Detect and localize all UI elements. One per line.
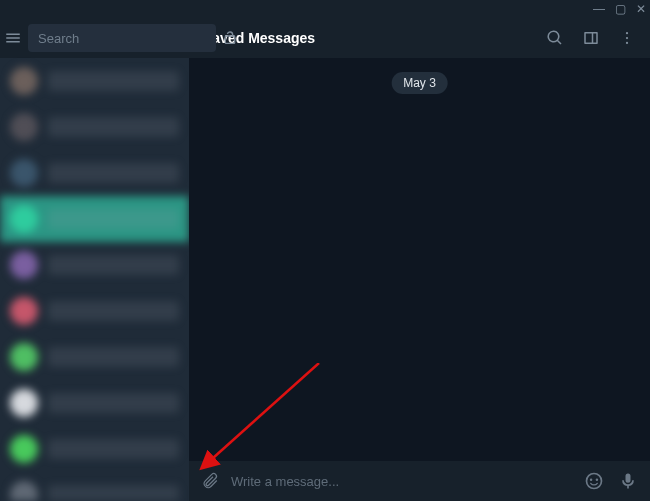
chat-list-item[interactable] bbox=[0, 58, 189, 104]
mic-button[interactable] bbox=[616, 469, 640, 493]
lock-open-icon bbox=[222, 30, 238, 46]
emoji-button[interactable] bbox=[582, 469, 606, 493]
search-input[interactable] bbox=[38, 31, 206, 46]
chat-list-item[interactable] bbox=[0, 472, 189, 501]
chat-item-preview bbox=[48, 439, 179, 459]
avatar bbox=[10, 205, 38, 233]
search-icon bbox=[546, 29, 564, 47]
main-panel: Saved Messages May 3 bbox=[189, 18, 650, 501]
messages-area[interactable]: May 3 bbox=[189, 58, 650, 461]
chat-header: Saved Messages bbox=[189, 18, 650, 58]
avatar bbox=[10, 297, 38, 325]
attach-icon bbox=[199, 471, 219, 491]
avatar bbox=[10, 343, 38, 371]
chat-item-preview bbox=[48, 71, 179, 91]
chat-list-item[interactable] bbox=[0, 380, 189, 426]
chat-list-item[interactable] bbox=[0, 288, 189, 334]
chat-item-preview bbox=[48, 209, 179, 229]
chat-list[interactable] bbox=[0, 58, 189, 501]
chat-list-item[interactable] bbox=[0, 150, 189, 196]
window-minimize-button[interactable]: — bbox=[593, 3, 605, 15]
avatar bbox=[10, 113, 38, 141]
avatar bbox=[10, 435, 38, 463]
sidebar-top bbox=[0, 18, 189, 58]
avatar bbox=[10, 67, 38, 95]
more-vert-icon bbox=[618, 29, 636, 47]
chat-list-item[interactable] bbox=[0, 104, 189, 150]
chat-item-preview bbox=[48, 301, 179, 321]
message-input[interactable] bbox=[231, 474, 572, 489]
chat-item-preview bbox=[48, 255, 179, 275]
header-search-button[interactable] bbox=[542, 25, 568, 51]
window-maximize-button[interactable]: ▢ bbox=[615, 3, 626, 15]
avatar bbox=[10, 159, 38, 187]
date-badge: May 3 bbox=[391, 72, 448, 94]
chat-list-item[interactable] bbox=[0, 196, 189, 242]
chat-title: Saved Messages bbox=[203, 30, 532, 46]
window-titlebar: — ▢ ✕ bbox=[0, 0, 650, 18]
menu-button[interactable] bbox=[4, 24, 22, 52]
window-close-button[interactable]: ✕ bbox=[636, 3, 646, 15]
more-button[interactable] bbox=[614, 25, 640, 51]
chat-list-item[interactable] bbox=[0, 426, 189, 472]
search-field[interactable] bbox=[28, 24, 216, 52]
menu-icon bbox=[4, 29, 22, 47]
side-panel-icon bbox=[582, 29, 600, 47]
side-panel-button[interactable] bbox=[578, 25, 604, 51]
app-window: — ▢ ✕ Saved Messages bbox=[0, 0, 650, 501]
attach-button[interactable] bbox=[197, 469, 221, 493]
avatar bbox=[10, 481, 38, 501]
app-body: Saved Messages May 3 bbox=[0, 18, 650, 501]
chat-item-preview bbox=[48, 117, 179, 137]
composer bbox=[189, 461, 650, 501]
chat-list-item[interactable] bbox=[0, 334, 189, 380]
chat-item-preview bbox=[48, 163, 179, 183]
sidebar bbox=[0, 18, 189, 501]
chat-item-preview bbox=[48, 485, 179, 501]
lock-button[interactable] bbox=[222, 25, 238, 51]
emoji-icon bbox=[584, 471, 604, 491]
chat-item-preview bbox=[48, 347, 179, 367]
mic-icon bbox=[618, 471, 638, 491]
chat-item-preview bbox=[48, 393, 179, 413]
avatar bbox=[10, 389, 38, 417]
avatar bbox=[10, 251, 38, 279]
chat-list-item[interactable] bbox=[0, 242, 189, 288]
